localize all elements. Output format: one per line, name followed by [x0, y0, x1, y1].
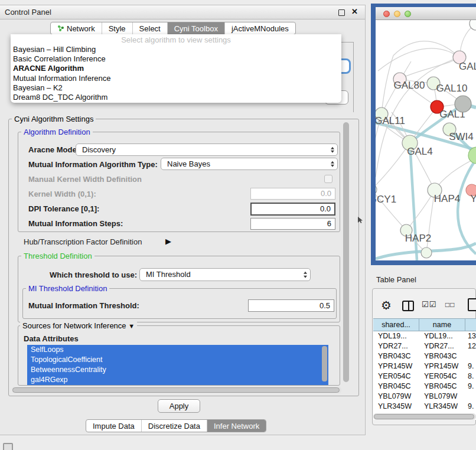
tab-select[interactable]: Select: [132, 22, 167, 34]
tab-style[interactable]: Style: [102, 22, 132, 34]
attribute-item[interactable]: gal4RGexp: [27, 375, 328, 385]
combo-stepper-icon: [304, 272, 307, 278]
file-icon[interactable]: [468, 298, 476, 311]
column-header-name[interactable]: name: [419, 318, 465, 331]
settings-vertical-scrollbar[interactable]: [343, 122, 350, 384]
mi-threshold-group-title: MI Threshold Definition: [26, 284, 109, 293]
table-row[interactable]: YER054CYER054C8.: [373, 371, 476, 381]
mi-steps-field[interactable]: 6: [250, 218, 335, 230]
control-panel-title: Control Panel: [5, 8, 51, 17]
attribute-item[interactable]: BetweennessCentrality: [27, 365, 328, 375]
float-window-icon[interactable]: [338, 9, 345, 16]
split-pane-icon[interactable]: [402, 301, 414, 311]
table-cell: YLR345W: [419, 402, 465, 412]
table-header-row: shared... name A: [373, 318, 476, 331]
network-canvas-container[interactable]: GALGAL80GAL10GAL1GAL11SWI4GAL4GCY1HAP4YH…: [376, 20, 476, 260]
hub-definition-label[interactable]: Hub/Transcription Factor Definition: [24, 236, 142, 248]
manual-kernel-width-label: Manual Kernel Width Definition: [28, 173, 142, 185]
list-scrollbar-thumb[interactable]: [322, 346, 327, 381]
threshold-definition-title: Threshold Definition: [21, 252, 94, 260]
tab-network[interactable]: Network: [51, 22, 102, 34]
table-cell: YBR045C: [373, 381, 419, 392]
top-tab-bar: Network Style Select Cyni Toolbox jActiv…: [50, 22, 296, 35]
algorithm-option[interactable]: Bayesian – K2: [11, 83, 341, 93]
table-cell: YPR145W: [419, 361, 465, 371]
attribute-items-container: SelfLoopsTopologicalCoefficientBetweenne…: [27, 345, 328, 385]
attribute-item[interactable]: SelfLoops: [27, 345, 328, 355]
algorithm-option[interactable]: Basic Correlation Inference: [11, 54, 341, 64]
attribute-item[interactable]: TopologicalCoefficient: [27, 355, 328, 365]
network-node[interactable]: [455, 96, 471, 112]
mi-algorithm-type-label: Mutual Information Algorithm Type:: [28, 158, 158, 171]
apply-button[interactable]: Apply: [158, 399, 200, 413]
mi-steps-value: 6: [327, 219, 331, 228]
zoom-traffic-light-icon[interactable]: [405, 11, 411, 17]
data-attributes-list[interactable]: SelfLoopsTopologicalCoefficientBetweenne…: [27, 345, 328, 385]
node-label: GAL: [459, 61, 476, 72]
algorithm-option[interactable]: Mutual Information Inference: [11, 74, 341, 83]
column-header-third[interactable]: A: [465, 318, 476, 331]
scrollbar-thumb[interactable]: [12, 387, 340, 393]
node-label: HAP4: [434, 193, 460, 204]
minimized-window-icon[interactable]: [3, 443, 13, 450]
mi-algorithm-type-select[interactable]: Naive Bayes: [161, 158, 338, 170]
tab-discretize-data[interactable]: Discretize Data: [141, 420, 207, 432]
mi-algorithm-type-value: Naive Bayes: [167, 159, 210, 168]
unselect-all-columns-icon[interactable]: □□: [445, 301, 455, 309]
kernel-width-field[interactable]: 0.0: [250, 188, 335, 200]
tab-impute-data[interactable]: Impute Data: [86, 420, 141, 432]
table-cell: 9.: [465, 361, 476, 371]
table-row[interactable]: YDL19...YDL19...13: [373, 331, 476, 341]
table-row[interactable]: YBL079WYBL079W: [373, 392, 476, 402]
table-row[interactable]: YBR043CYBR043C: [373, 351, 476, 361]
table-row[interactable]: YDR27...YDR27...12: [373, 341, 476, 351]
table-cell: YER054C: [373, 371, 419, 381]
close-icon[interactable]: ✕: [351, 7, 358, 16]
table-cell: YBR045C: [419, 381, 465, 392]
minimize-traffic-light-icon[interactable]: [394, 11, 400, 17]
which-threshold-value: MI Threshold: [146, 270, 191, 279]
gear-icon[interactable]: ⚙: [381, 298, 392, 312]
algorithm-option[interactable]: Bayesian – Hill Climbing: [11, 45, 341, 54]
mi-threshold-value: 0.5: [319, 301, 330, 310]
table-row[interactable]: YPR145WYPR145W9.: [373, 361, 476, 371]
sources-title-text: Sources for Network Inference: [22, 321, 126, 330]
manual-kernel-width-checkbox[interactable]: [324, 175, 332, 183]
node-label: GAL10: [436, 83, 468, 94]
network-edge[interactable]: [458, 159, 476, 254]
mi-steps-label: Mutual Information Steps:: [28, 217, 123, 230]
node-label: HAP2: [405, 233, 431, 244]
network-edge[interactable]: [378, 48, 459, 71]
scrollbar-thumb[interactable]: [374, 414, 474, 419]
aracne-mode-label: Aracne Mode:: [28, 144, 79, 156]
table-cell: 12: [465, 341, 476, 351]
close-traffic-light-icon[interactable]: [383, 11, 390, 17]
table-row[interactable]: YBR045CYBR045C9.: [373, 381, 476, 392]
algorithm-option[interactable]: ARACNE Algorithm: [11, 64, 341, 73]
which-threshold-select[interactable]: MI Threshold: [139, 268, 311, 281]
control-panel-titlebar: Control Panel ✕: [0, 5, 365, 19]
tab-infer-network[interactable]: Infer Network: [207, 420, 266, 432]
network-window[interactable]: GALGAL80GAL10GAL1GAL11SWI4GAL4GCY1HAP4YH…: [371, 4, 476, 265]
table-horizontal-scrollbar[interactable]: [373, 413, 476, 420]
scrollbar-thumb[interactable]: [343, 122, 349, 382]
table-cell: YDR27...: [373, 341, 419, 351]
expand-right-icon[interactable]: ▶: [165, 237, 171, 246]
algorithm-option[interactable]: Dream8 DC_TDC Algorithm: [11, 93, 341, 102]
tab-cyni-toolbox[interactable]: Cyni Toolbox: [167, 22, 224, 34]
aracne-mode-select[interactable]: Discovery: [76, 144, 338, 156]
collapse-down-icon[interactable]: ▼: [128, 322, 135, 330]
algorithm-definition-title: Algorithm Definition: [21, 128, 93, 136]
network-window-titlebar[interactable]: [376, 7, 476, 20]
table-row[interactable]: YLR345WYLR345W9.: [373, 402, 476, 412]
node-table[interactable]: shared... name A YDL19...YDL19...13YDR27…: [373, 318, 476, 420]
network-node[interactable]: [421, 247, 432, 258]
settings-horizontal-scrollbar[interactable]: [12, 387, 341, 393]
tab-jactivemnodules[interactable]: jActiveMNodules: [224, 22, 295, 34]
column-header-shared-name[interactable]: shared...: [373, 318, 419, 331]
node-label: Y: [470, 193, 476, 204]
mi-threshold-field[interactable]: 0.5: [248, 299, 334, 312]
dpi-tolerance-field[interactable]: 0.0: [250, 203, 335, 216]
select-all-columns-icon[interactable]: ☑☑: [422, 300, 436, 309]
screen: Control Panel ✕ Network Style Select Cyn…: [0, 0, 476, 450]
